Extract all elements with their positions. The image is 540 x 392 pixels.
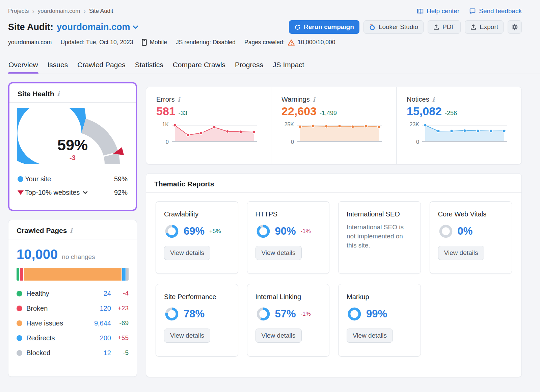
info-icon[interactable]: i [313, 97, 315, 103]
thematic-reports-grid: Crawlability 69% +5% View details HTTPS [146, 193, 521, 365]
internal-linking-donut [255, 306, 271, 322]
campaign-domain-label: yourdomain.com [57, 22, 130, 32]
redirects-value[interactable]: 200 [89, 334, 111, 342]
benchmark-selector[interactable]: Top-10% websites [25, 189, 88, 197]
pages-crawled-value: 10,000/10,000 [298, 39, 335, 46]
site-performance-donut [164, 306, 180, 322]
redirects-dot-icon [17, 335, 22, 341]
help-center-link[interactable]: Help center [416, 7, 459, 15]
crawlability-view-details-button[interactable]: View details [164, 246, 210, 260]
gear-icon [511, 23, 518, 31]
blocked-label: Blocked [26, 349, 50, 357]
header-actions: Rerun campaign Looker Studio PDF [289, 20, 522, 34]
page-title: Site Audit: [8, 22, 53, 32]
crawled-pages-card: Crawled Pages i 10,000 no changes Heal [8, 220, 137, 377]
pdf-label: PDF [442, 23, 455, 31]
healthy-delta: -4 [111, 290, 129, 297]
your-site-label: Your site [25, 175, 51, 183]
tab-progress[interactable]: Progress [235, 57, 264, 74]
crawled-pages-note: no changes [62, 253, 95, 261]
chat-icon [469, 7, 476, 15]
site-health-score: 59% [17, 136, 128, 154]
warnings-label: Warnings [281, 96, 310, 103]
campaign-meta-row: yourdomain.com Updated: Tue, Oct 10, 202… [8, 39, 522, 46]
benchmark-label: Top-10% websites [25, 189, 80, 197]
notices-sparkline [422, 122, 507, 145]
internal-linking-view-details-button[interactable]: View details [255, 329, 302, 343]
markup-view-details-button[interactable]: View details [347, 329, 393, 343]
site-audit-page: Projects › yourdomain.com › Site Audit H… [0, 0, 540, 392]
legend-row-healthy[interactable]: Healthy 24 -4 [17, 286, 129, 301]
rerun-campaign-button[interactable]: Rerun campaign [289, 20, 359, 34]
meta-js-rendering: JS rendering: Disabled [176, 39, 236, 46]
international-seo-title: International SEO [347, 210, 412, 218]
tab-issues[interactable]: Issues [47, 57, 69, 74]
site-health-highlight: Site Health i 59% -3 [8, 82, 137, 211]
site-health-title: Site Health [18, 90, 54, 98]
looker-studio-button[interactable]: Looker Studio [363, 20, 424, 34]
markup-donut [347, 306, 362, 322]
breadcrumb: Projects › yourdomain.com › Site Audit [8, 7, 113, 15]
have-issues-value[interactable]: 9,644 [89, 319, 111, 327]
settings-button[interactable] [508, 20, 522, 34]
breadcrumb-row: Projects › yourdomain.com › Site Audit H… [8, 0, 522, 15]
tab-bar: Overview Issues Crawled Pages Statistics… [8, 57, 540, 74]
legend-your-site: Your site 59% [18, 172, 128, 186]
campaign-selector[interactable]: yourdomain.com [57, 22, 138, 32]
send-feedback-link[interactable]: Send feedback [469, 7, 522, 15]
https-view-details-button[interactable]: View details [255, 246, 302, 260]
blocked-value[interactable]: 12 [89, 349, 111, 357]
breadcrumb-domain[interactable]: yourdomain.com [38, 8, 80, 15]
phone-icon [142, 39, 147, 46]
tab-overview[interactable]: Overview [8, 57, 38, 74]
healthy-value[interactable]: 24 [89, 290, 111, 297]
info-icon[interactable]: i [57, 91, 60, 97]
report-card-core-web-vitals: Core Web Vitals 0% View details [430, 201, 512, 274]
have-issues-label: Have issues [26, 319, 63, 327]
https-percent: 90% [275, 225, 296, 237]
warnings-sparkline [297, 122, 382, 145]
report-card-international-seo: International SEO International SEO is n… [338, 201, 421, 274]
tab-crawled-pages[interactable]: Crawled Pages [77, 57, 126, 74]
tab-js-impact[interactable]: JS Impact [272, 57, 304, 74]
tabs-row: Overview Issues Crawled Pages Statistics… [8, 57, 540, 74]
tab-statistics[interactable]: Statistics [135, 57, 164, 74]
site-health-card: Site Health i 59% -3 [9, 83, 136, 210]
errors-sparkline [172, 122, 257, 145]
info-icon[interactable]: i [432, 97, 435, 103]
tab-compare-crawls[interactable]: Compare Crawls [172, 57, 226, 74]
site-performance-view-details-button[interactable]: View details [164, 329, 210, 343]
legend-row-have-issues[interactable]: Have issues 9,644 -69 [17, 316, 129, 331]
errors-delta: -33 [179, 110, 187, 117]
report-card-site-performance: Site Performance 78% View details [156, 284, 238, 357]
legend-row-redirects[interactable]: Redirects 200 +55 [17, 331, 129, 345]
core-web-vitals-view-details-button[interactable]: View details [438, 246, 484, 260]
info-icon[interactable]: i [178, 97, 180, 103]
broken-label: Broken [26, 305, 48, 312]
errors-value[interactable]: 581 [156, 105, 176, 118]
legend-row-blocked[interactable]: Blocked 12 -5 [17, 345, 129, 360]
pdf-button[interactable]: PDF [428, 20, 461, 34]
notices-delta: -256 [445, 110, 457, 117]
internal-linking-title: Internal Linking [255, 293, 321, 301]
healthy-dot-icon [17, 291, 22, 296]
internal-linking-percent: 57% [275, 308, 296, 320]
international-seo-note: International SEO is not implemented on … [347, 223, 412, 250]
notices-value[interactable]: 15,082 [407, 105, 442, 118]
crawlability-delta: +5% [209, 228, 221, 235]
legend-row-broken[interactable]: Broken 120 +23 [17, 301, 129, 316]
looker-studio-icon [369, 23, 376, 31]
info-icon[interactable]: i [70, 228, 72, 234]
meta-device-label: Mobile [150, 39, 167, 46]
export-button[interactable]: Export [465, 20, 504, 34]
upload-icon [470, 24, 477, 30]
warnings-value[interactable]: 22,603 [281, 105, 317, 118]
https-delta: -1% [301, 228, 311, 235]
broken-value[interactable]: 120 [89, 305, 111, 312]
rerun-campaign-label: Rerun campaign [304, 23, 354, 31]
breadcrumb-projects[interactable]: Projects [8, 8, 29, 15]
broken-delta: +23 [111, 305, 129, 312]
core-web-vitals-percent: 0% [458, 225, 473, 237]
looker-studio-label: Looker Studio [379, 23, 418, 31]
warnings-axis: 25K0 [281, 122, 297, 145]
